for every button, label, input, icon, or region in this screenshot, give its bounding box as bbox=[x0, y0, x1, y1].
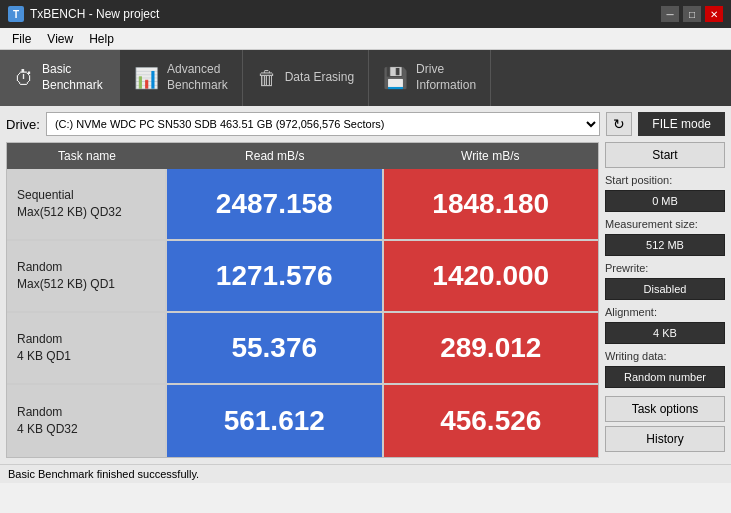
measurement-size-value: 512 MB bbox=[605, 234, 725, 256]
app-icon: T bbox=[8, 6, 24, 22]
drive-refresh-button[interactable]: ↻ bbox=[606, 112, 632, 136]
menu-view[interactable]: View bbox=[39, 30, 81, 48]
drive-row: Drive: (C:) NVMe WDC PC SN530 SDB 463.51… bbox=[6, 112, 725, 136]
start-position-value: 0 MB bbox=[605, 190, 725, 212]
task-name-sequential: SequentialMax(512 KB) QD32 bbox=[7, 169, 167, 239]
task-name-random-4k-qd32: Random4 KB QD32 bbox=[7, 385, 167, 457]
prewrite-value: Disabled bbox=[605, 278, 725, 300]
tab-drive-information[interactable]: 💾 DriveInformation bbox=[369, 50, 491, 106]
status-text: Basic Benchmark finished successfully. bbox=[8, 468, 199, 480]
tab-advanced-benchmark[interactable]: 📊 AdvancedBenchmark bbox=[120, 50, 243, 106]
main-content: Drive: (C:) NVMe WDC PC SN530 SDB 463.51… bbox=[0, 106, 731, 464]
table-row: SequentialMax(512 KB) QD32 2487.158 1848… bbox=[7, 169, 598, 241]
write-value-random-4k-qd32: 456.526 bbox=[384, 385, 599, 457]
write-value-random-512: 1420.000 bbox=[384, 241, 599, 311]
start-button[interactable]: Start bbox=[605, 142, 725, 168]
basic-benchmark-icon: ⏱ bbox=[14, 67, 34, 90]
file-mode-button[interactable]: FILE mode bbox=[638, 112, 725, 136]
window-title: TxBENCH - New project bbox=[30, 7, 661, 21]
tab-data-erasing[interactable]: 🗑 Data Erasing bbox=[243, 50, 369, 106]
drive-info-icon: 💾 bbox=[383, 66, 408, 90]
table-header: Task name Read mB/s Write mB/s bbox=[7, 143, 598, 169]
menu-bar: File View Help bbox=[0, 28, 731, 50]
table-row: Random4 KB QD32 561.612 456.526 bbox=[7, 385, 598, 457]
read-value-random-4k-qd1: 55.376 bbox=[167, 313, 384, 383]
drive-select[interactable]: (C:) NVMe WDC PC SN530 SDB 463.51 GB (97… bbox=[46, 112, 600, 136]
menu-file[interactable]: File bbox=[4, 30, 39, 48]
write-value-random-4k-qd1: 289.012 bbox=[384, 313, 599, 383]
advanced-benchmark-icon: 📊 bbox=[134, 66, 159, 90]
header-task-name: Task name bbox=[7, 143, 167, 169]
close-button[interactable]: ✕ bbox=[705, 6, 723, 22]
title-bar: T TxBENCH - New project ─ □ ✕ bbox=[0, 0, 731, 28]
read-value-random-4k-qd32: 561.612 bbox=[167, 385, 384, 457]
writing-data-label: Writing data: bbox=[605, 350, 725, 362]
minimize-button[interactable]: ─ bbox=[661, 6, 679, 22]
menu-help[interactable]: Help bbox=[81, 30, 122, 48]
maximize-button[interactable]: □ bbox=[683, 6, 701, 22]
content-area: Task name Read mB/s Write mB/s Sequentia… bbox=[6, 142, 725, 458]
drive-label: Drive: bbox=[6, 117, 40, 132]
start-position-label: Start position: bbox=[605, 174, 725, 186]
alignment-value: 4 KB bbox=[605, 322, 725, 344]
task-name-random-4k-qd1: Random4 KB QD1 bbox=[7, 313, 167, 383]
tab-basic-benchmark[interactable]: ⏱ BasicBenchmark bbox=[0, 50, 120, 106]
table-row: RandomMax(512 KB) QD1 1271.576 1420.000 bbox=[7, 241, 598, 313]
task-options-button[interactable]: Task options bbox=[605, 396, 725, 422]
window-controls[interactable]: ─ □ ✕ bbox=[661, 6, 723, 22]
alignment-label: Alignment: bbox=[605, 306, 725, 318]
history-button[interactable]: History bbox=[605, 426, 725, 452]
tab-advanced-label: AdvancedBenchmark bbox=[167, 62, 228, 93]
tab-drive-label: DriveInformation bbox=[416, 62, 476, 93]
read-value-sequential: 2487.158 bbox=[167, 169, 384, 239]
writing-data-value: Random number bbox=[605, 366, 725, 388]
status-bar: Basic Benchmark finished successfully. bbox=[0, 464, 731, 483]
right-panel: Start Start position: 0 MB Measurement s… bbox=[605, 142, 725, 458]
table-row: Random4 KB QD1 55.376 289.012 bbox=[7, 313, 598, 385]
task-name-random-512: RandomMax(512 KB) QD1 bbox=[7, 241, 167, 311]
benchmark-table: Task name Read mB/s Write mB/s Sequentia… bbox=[6, 142, 599, 458]
write-value-sequential: 1848.180 bbox=[384, 169, 599, 239]
prewrite-label: Prewrite: bbox=[605, 262, 725, 274]
tab-basic-label: BasicBenchmark bbox=[42, 62, 103, 93]
measurement-size-label: Measurement size: bbox=[605, 218, 725, 230]
data-erasing-icon: 🗑 bbox=[257, 67, 277, 90]
tab-bar: ⏱ BasicBenchmark 📊 AdvancedBenchmark 🗑 D… bbox=[0, 50, 731, 106]
read-value-random-512: 1271.576 bbox=[167, 241, 384, 311]
header-write: Write mB/s bbox=[383, 143, 599, 169]
header-read: Read mB/s bbox=[167, 143, 383, 169]
tab-erasing-label: Data Erasing bbox=[285, 70, 354, 86]
